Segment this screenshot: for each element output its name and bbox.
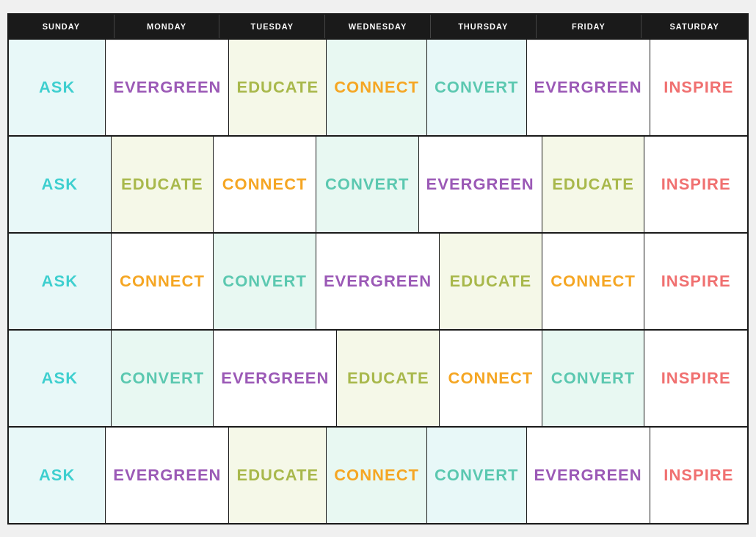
cell-label-r0-c4: CONVERT — [435, 78, 519, 97]
calendar-cell-r1-c2[interactable]: CONNECT — [214, 137, 316, 232]
calendar-cell-r1-c1[interactable]: EDUCATE — [112, 137, 214, 232]
calendar-cell-r0-c4[interactable]: CONVERT — [427, 40, 527, 135]
cell-label-r1-c6: INSPIRE — [661, 175, 731, 194]
cell-label-r4-c6: INSPIRE — [664, 466, 733, 485]
calendar-cell-r3-c2[interactable]: EVERGREEN — [214, 331, 337, 426]
calendar-row-0: ASKEVERGREENEDUCATECONNECTCONVERTEVERGRE… — [9, 38, 747, 135]
calendar-cell-r4-c3[interactable]: CONNECT — [327, 428, 427, 523]
calendar-cell-r0-c5[interactable]: EVERGREEN — [527, 40, 650, 135]
calendar-cell-r3-c6[interactable]: INSPIRE — [644, 331, 747, 426]
cell-label-r3-c6: INSPIRE — [661, 369, 731, 388]
header-cell-sunday: SUNDAY — [9, 15, 115, 38]
calendar-cell-r0-c2[interactable]: EDUCATE — [229, 40, 327, 135]
cell-label-r2-c1: CONNECT — [120, 272, 205, 291]
calendar-cell-r1-c0[interactable]: ASK — [9, 137, 112, 232]
calendar-row-1: ASKEDUCATECONNECTCONVERTEVERGREENEDUCATE… — [9, 135, 747, 232]
cell-label-r4-c1: EVERGREEN — [113, 466, 221, 485]
calendar-cell-r4-c5[interactable]: EVERGREEN — [527, 428, 650, 523]
calendar-cell-r4-c2[interactable]: EDUCATE — [229, 428, 327, 523]
cell-label-r3-c1: CONVERT — [120, 369, 205, 388]
header-cell-saturday: SATURDAY — [641, 15, 747, 38]
calendar-cell-r2-c4[interactable]: EDUCATE — [440, 234, 542, 329]
cell-label-r4-c0: ASK — [39, 466, 75, 485]
calendar-cell-r4-c4[interactable]: CONVERT — [427, 428, 527, 523]
cell-label-r0-c0: ASK — [39, 78, 75, 97]
cell-label-r0-c1: EVERGREEN — [113, 78, 221, 97]
calendar: SUNDAYMONDAYTUESDAYWEDNESDAYTHURSDAYFRID… — [7, 13, 749, 525]
cell-label-r1-c2: CONNECT — [222, 175, 308, 194]
cell-label-r0-c5: EVERGREEN — [534, 78, 642, 97]
cell-label-r2-c2: CONVERT — [222, 272, 307, 291]
cell-label-r4-c5: EVERGREEN — [534, 466, 642, 485]
calendar-cell-r0-c6[interactable]: INSPIRE — [650, 40, 747, 135]
header-cell-tuesday: TUESDAY — [219, 15, 325, 38]
cell-label-r1-c1: EDUCATE — [121, 175, 203, 194]
cell-label-r1-c4: EVERGREEN — [426, 175, 534, 194]
cell-label-r3-c0: ASK — [42, 369, 78, 388]
calendar-cell-r0-c1[interactable]: EVERGREEN — [106, 40, 229, 135]
calendar-row-2: ASKCONNECTCONVERTEVERGREENEDUCATECONNECT… — [9, 232, 747, 329]
calendar-cell-r2-c6[interactable]: INSPIRE — [644, 234, 747, 329]
cell-label-r1-c3: CONVERT — [325, 175, 410, 194]
calendar-cell-r3-c3[interactable]: EDUCATE — [337, 331, 440, 426]
cell-label-r2-c6: INSPIRE — [661, 272, 731, 291]
calendar-cell-r1-c4[interactable]: EVERGREEN — [419, 137, 542, 232]
cell-label-r3-c3: EDUCATE — [347, 369, 429, 388]
cell-label-r3-c5: CONVERT — [551, 369, 636, 388]
cell-label-r2-c5: CONNECT — [550, 272, 636, 291]
calendar-cell-r3-c0[interactable]: ASK — [9, 331, 112, 426]
calendar-cell-r0-c3[interactable]: CONNECT — [327, 40, 427, 135]
calendar-cell-r4-c0[interactable]: ASK — [9, 428, 106, 523]
calendar-cell-r2-c0[interactable]: ASK — [9, 234, 112, 329]
cell-label-r4-c4: CONVERT — [435, 466, 519, 485]
calendar-row-4: ASKEVERGREENEDUCATECONNECTCONVERTEVERGRE… — [9, 426, 747, 523]
calendar-cell-r1-c3[interactable]: CONVERT — [316, 137, 419, 232]
calendar-cell-r4-c1[interactable]: EVERGREEN — [106, 428, 229, 523]
cell-label-r2-c0: ASK — [42, 272, 78, 291]
calendar-cell-r2-c3[interactable]: EVERGREEN — [316, 234, 440, 329]
cell-label-r4-c3: CONNECT — [334, 466, 419, 485]
calendar-cell-r3-c4[interactable]: CONNECT — [440, 331, 542, 426]
cell-label-r0-c6: INSPIRE — [664, 78, 733, 97]
cell-label-r0-c2: EDUCATE — [236, 78, 319, 97]
calendar-cell-r3-c1[interactable]: CONVERT — [112, 331, 214, 426]
cell-label-r3-c4: CONNECT — [448, 369, 534, 388]
cell-label-r3-c2: EVERGREEN — [221, 369, 329, 388]
calendar-body: ASKEVERGREENEDUCATECONNECTCONVERTEVERGRE… — [9, 38, 747, 523]
cell-label-r1-c0: ASK — [42, 175, 78, 194]
calendar-cell-r4-c6[interactable]: INSPIRE — [650, 428, 747, 523]
cell-label-r4-c2: EDUCATE — [236, 466, 319, 485]
calendar-header: SUNDAYMONDAYTUESDAYWEDNESDAYTHURSDAYFRID… — [9, 15, 747, 38]
calendar-cell-r1-c5[interactable]: EDUCATE — [542, 137, 645, 232]
cell-label-r1-c5: EDUCATE — [552, 175, 634, 194]
header-cell-thursday: THURSDAY — [431, 15, 537, 38]
calendar-cell-r2-c1[interactable]: CONNECT — [112, 234, 214, 329]
calendar-cell-r0-c0[interactable]: ASK — [9, 40, 106, 135]
calendar-cell-r2-c5[interactable]: CONNECT — [542, 234, 645, 329]
header-cell-friday: FRIDAY — [537, 15, 642, 38]
cell-label-r2-c3: EVERGREEN — [324, 272, 432, 291]
calendar-cell-r3-c5[interactable]: CONVERT — [542, 331, 645, 426]
calendar-cell-r2-c2[interactable]: CONVERT — [214, 234, 316, 329]
calendar-cell-r1-c6[interactable]: INSPIRE — [644, 137, 747, 232]
calendar-row-3: ASKCONVERTEVERGREENEDUCATECONNECTCONVERT… — [9, 329, 747, 426]
cell-label-r2-c4: EDUCATE — [450, 272, 532, 291]
header-cell-monday: MONDAY — [115, 15, 220, 38]
header-cell-wednesday: WEDNESDAY — [325, 15, 431, 38]
cell-label-r0-c3: CONNECT — [334, 78, 419, 97]
